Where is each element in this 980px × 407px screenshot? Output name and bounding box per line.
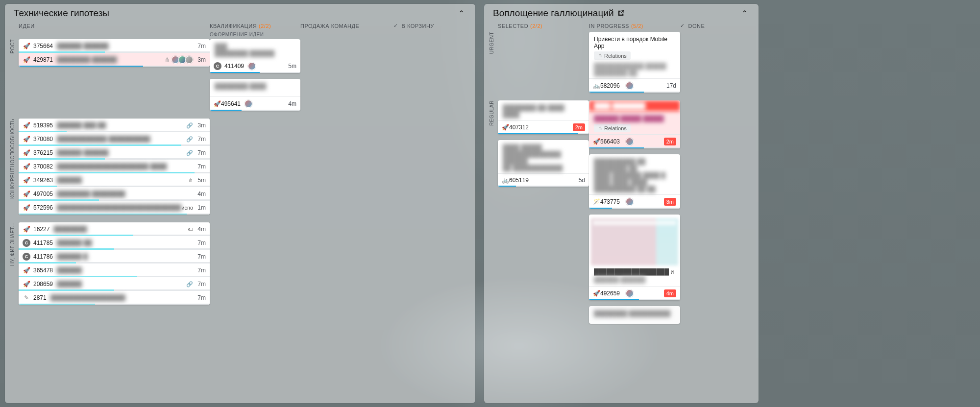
task-title-blurred: ███████████ ██████: [210, 39, 300, 59]
task-id: 566403: [600, 138, 620, 145]
rocket-icon: [23, 204, 30, 212]
rocket-icon: [502, 124, 509, 131]
task-title-blurred: ██████ ██: [57, 239, 195, 246]
swimlane-urgent: URGENT Привести в порядок Mobile App Rel…: [489, 32, 754, 93]
task-id: 497005: [33, 191, 53, 197]
task-row[interactable]: 370082 ██████████████████████ ████ 7m: [19, 160, 210, 173]
task-id: 375664: [33, 43, 53, 49]
rocket-icon: [23, 163, 30, 170]
rocket-icon: [23, 190, 30, 198]
task-row[interactable]: 572596 ██████████████████████████████ ис…: [19, 201, 210, 215]
column-header-sell-team: ПРОДАЖА КОМАНДЕ: [300, 23, 393, 29]
rocket-icon: [593, 138, 600, 145]
task-row[interactable]: 2871 ██████████████████ 7m: [19, 291, 210, 305]
task-card[interactable]: ████████ ██ ████████ 407312 2m: [498, 100, 589, 134]
task-row[interactable]: 349263 ██████ 5m: [19, 173, 210, 187]
task-card[interactable]: ████ ████████ ██████ █████ █████ Relatio…: [589, 100, 680, 148]
task-id: 370080: [33, 136, 53, 143]
column-ratio: (2/2): [530, 23, 542, 29]
task-age: 7m: [195, 239, 206, 246]
task-title-blurred: ████████ ██████████: [589, 306, 680, 324]
rocket-icon: [23, 56, 30, 64]
rocket-icon: [23, 176, 30, 184]
task-age: 4m: [286, 100, 296, 107]
link-icon: [186, 281, 193, 287]
task-row[interactable]: 497005 ████████ ████████ 4m: [19, 187, 210, 201]
task-desc-blurred: ██████ ██████: [594, 276, 675, 283]
swimlane-label: КОНКУРЕНТНОСПОСОБНОСТЬ: [10, 119, 19, 202]
task-desc-blurred: ████████████ █████ ████████ ██: [594, 63, 675, 76]
swimlane-misc: НУ, ФИГ ЗНАЕТ... 16227 ████████ 4m: [10, 222, 470, 305]
task-id: 411786: [33, 253, 53, 260]
board-title: Технические гипотезы: [14, 8, 109, 19]
rocket-icon: [23, 225, 30, 233]
task-age: 7m: [195, 136, 206, 143]
type-badge-c: C: [23, 253, 30, 261]
task-id: 473775: [600, 198, 620, 205]
task-card[interactable]: ██████████ ██ ████████ ██████ ███████ ██…: [589, 154, 680, 209]
task-row[interactable]: 370080 ████████████ ██████████ 7m: [19, 132, 210, 146]
task-age: 3m: [195, 56, 206, 63]
task-row[interactable]: 16227 ████████ 4m: [19, 222, 210, 236]
bike-icon: [502, 177, 509, 184]
task-age: 7m: [195, 149, 206, 156]
task-title-blurred: ████████ ████████: [57, 191, 195, 197]
avatar: [185, 56, 193, 64]
task-age: 1m: [195, 204, 206, 211]
task-row[interactable]: 208659 ██████ 7m: [19, 277, 210, 291]
relations-chip[interactable]: Relations: [594, 51, 631, 60]
column-header-to-bin: В КОРЗИНУ: [393, 23, 475, 29]
task-id: 411409: [224, 63, 244, 70]
task-age: 17d: [665, 82, 676, 89]
task-card[interactable]: ████████ ████ 495641 4m: [210, 79, 300, 111]
task-id: 582096: [600, 82, 620, 89]
link-icon: [186, 136, 193, 143]
rocket-icon: [23, 149, 30, 157]
task-row[interactable]: 365478 ██████ 7m: [19, 263, 210, 277]
task-age: 5m: [286, 63, 296, 70]
age-badge: 2m: [664, 138, 676, 145]
avatar: [248, 62, 256, 70]
task-card[interactable]: ████████ ██████████: [589, 306, 680, 324]
rocket-icon: [23, 280, 30, 288]
task-age: 7m: [195, 294, 206, 301]
open-external-button[interactable]: [617, 9, 625, 17]
board-collapse-button[interactable]: [739, 8, 750, 19]
task-thumbnail: [591, 218, 678, 265]
task-id: 208659: [33, 281, 53, 287]
type-badge-c: C: [23, 239, 30, 247]
subheader-idea-design: ОФОРМЛЕНИЕ ИДЕИ: [5, 32, 475, 39]
chevron-up-icon: [741, 8, 748, 19]
board-collapse-button[interactable]: [456, 8, 466, 19]
task-row[interactable]: 376215 ██████ ██████ 7m: [19, 146, 210, 160]
task-age: 7m: [195, 163, 206, 170]
subtasks-icon: [188, 177, 193, 184]
task-title-blurred: ██████████████████████████████: [57, 204, 181, 211]
task-row[interactable]: 375664 ██████ ██████ 7m: [19, 39, 210, 53]
task-title: Привести в порядок Mobile App: [594, 36, 667, 49]
task-title-blurred: ██████ ██████: [57, 43, 195, 49]
task-row[interactable]: 519395 ██████ ███ ██ 3m: [19, 119, 210, 132]
task-card[interactable]: Привести в порядок Mobile App Relations …: [589, 32, 680, 93]
rocket-icon: [593, 290, 600, 297]
task-row[interactable]: 429871 ████████ ██████ 3m: [19, 53, 210, 67]
relations-chip[interactable]: Relations: [594, 124, 631, 132]
task-row[interactable]: C 411786 ██████ █ 7m: [19, 250, 210, 263]
rocket-icon: [23, 266, 30, 274]
wand-icon: [593, 198, 600, 205]
task-card[interactable]: ████ ███████████████████ ████████ ██████…: [498, 140, 589, 187]
subtasks-icon: [598, 125, 602, 131]
task-title-blurred: ██████ █: [57, 253, 195, 260]
avatar: [626, 198, 634, 206]
task-card[interactable]: ███████████ ██████ C 411409 5m: [210, 39, 300, 73]
age-badge: 4m: [664, 289, 676, 297]
tag-icon: [188, 226, 193, 233]
task-id: 2871: [33, 294, 47, 301]
task-title-blurred: ██████ ███ ██: [57, 122, 186, 129]
task-row[interactable]: C 411785 ██████ ██ 7m: [19, 236, 210, 250]
swimlane-growth: РОСТ 375664 ██████ ██████ 7m: [10, 39, 470, 111]
swimlane-label: НУ, ФИГ ЗНАЕТ...: [10, 222, 19, 269]
column-ratio: (2/2): [259, 23, 271, 29]
task-card[interactable]: ██████████████████ и ██████ ██████ 49265…: [589, 215, 680, 300]
link-icon: [186, 122, 193, 129]
